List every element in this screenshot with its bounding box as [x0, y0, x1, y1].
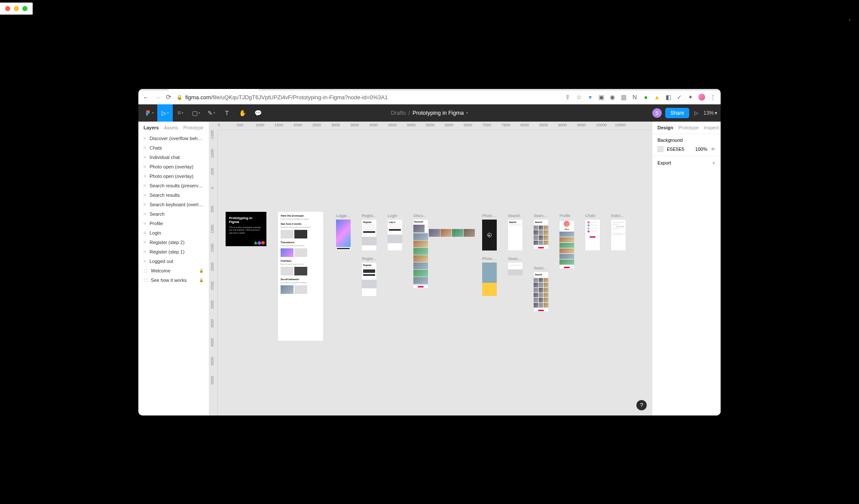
frame-icon: ⌗: [144, 221, 146, 226]
background-opacity[interactable]: 100%: [695, 147, 707, 152]
chevron-down-icon[interactable]: ▾: [466, 111, 468, 115]
login-frame[interactable]: Login Log in: [388, 220, 402, 250]
breadcrumb[interactable]: Drafts / Prototyping in Figma ▾: [391, 110, 468, 116]
search-frame[interactable]: Search Search: [508, 220, 523, 250]
register-step2-frame[interactable]: Regist... Register: [362, 263, 376, 296]
layer-name: Chats: [150, 145, 204, 150]
layer-item[interactable]: ⌗Search keyboard (overlay): [138, 200, 209, 209]
logged-out-frame[interactable]: Logge...: [336, 220, 351, 250]
layer-name: Photo open (overlay): [150, 174, 204, 179]
design-tab[interactable]: Design: [657, 125, 673, 130]
layer-item[interactable]: ⌗Photo open (overlay): [138, 162, 209, 171]
extension-icon[interactable]: N: [631, 94, 638, 101]
canvas-area[interactable]: 0500100015002000250030003500400045005000…: [209, 122, 652, 415]
shape-tool[interactable]: ▢▾: [188, 104, 204, 122]
layer-item[interactable]: ⌗Register (step 1): [138, 247, 209, 257]
text-tool[interactable]: T: [219, 104, 235, 122]
layer-item[interactable]: ⌗Search: [138, 209, 209, 219]
page-selector[interactable]: Prototyping i...▾: [183, 125, 204, 130]
layer-item[interactable]: ⌗Login: [138, 228, 209, 238]
layer-item[interactable]: ⌗Search results: [138, 190, 209, 200]
layer-item[interactable]: ⌗Search results (preserve scroll...: [138, 181, 209, 190]
extension-icon[interactable]: ▾: [587, 94, 593, 101]
user-avatar[interactable]: S: [652, 108, 662, 118]
present-button[interactable]: ▷: [693, 110, 700, 116]
profile-avatar[interactable]: [698, 94, 705, 101]
layer-name: Search results: [150, 192, 204, 198]
browser-actions: ⇪ ☆ ▾ ▣ ◉ ▥ N ● ▲ ◧ ✓ ✦ ⋮ ⌄: [564, 94, 716, 101]
background-hex[interactable]: E5E5E5: [667, 147, 692, 152]
layer-name: Register (step 1): [150, 249, 204, 254]
layer-item[interactable]: ⌗Chats: [138, 143, 209, 153]
browser-window: Prototyping in Figma – Figma × + ← → ⟳ 🔒…: [138, 89, 721, 415]
search-results-frame[interactable]: Searc... Search: [534, 220, 548, 249]
search-keyboard-frame[interactable]: Searc...: [508, 263, 523, 273]
extension-icon[interactable]: ▣: [598, 94, 605, 101]
svg-rect-2: [146, 114, 148, 116]
assets-tab[interactable]: Assets: [164, 125, 178, 130]
pen-tool[interactable]: ✎▾: [204, 104, 219, 122]
extension-icon[interactable]: ◉: [609, 94, 616, 101]
breadcrumb-root[interactable]: Drafts: [391, 110, 406, 116]
prototype-tab[interactable]: Prototype: [679, 125, 699, 130]
layer-item[interactable]: ⬚Welcome🔒: [138, 266, 209, 275]
url-bar: ← → ⟳ 🔒 figma.com/file/uQKquTJDgT6JVptUP…: [138, 91, 721, 104]
photo-open-frame[interactable]: Photo ... ▶: [482, 220, 497, 250]
url-text: figma.com/file/uQKquTJDgT6JVptUPZi4vF/Pr…: [185, 94, 388, 101]
extension-icon[interactable]: ●: [642, 94, 649, 101]
background-swatch[interactable]: [657, 146, 663, 152]
layer-item[interactable]: ⌗Profile: [138, 219, 209, 228]
layer-item[interactable]: ⌗Discover (overflow behavior): [138, 134, 209, 143]
lock-icon: 🔒: [199, 269, 204, 273]
back-button[interactable]: ←: [143, 94, 149, 101]
extension-icon[interactable]: ✓: [676, 94, 683, 101]
register-step1-frame[interactable]: Regist... Register: [362, 220, 376, 250]
photo-open-2-frame[interactable]: Photo ...: [482, 263, 497, 296]
discover-frame[interactable]: Disco... Discover: [413, 220, 428, 288]
group-icon: ⬚: [144, 278, 147, 282]
how-it-works-frame[interactable]: View the prototypeLook around the protot…: [278, 212, 323, 341]
layer-item[interactable]: ⌗Individual chat: [138, 153, 209, 162]
layer-name: Welcome: [151, 268, 196, 273]
zoom-control[interactable]: 13%▾: [703, 110, 717, 116]
layer-item[interactable]: ⌗Register (step 2): [138, 238, 209, 247]
layer-name: Register (step 2): [150, 240, 204, 245]
reload-button[interactable]: ⟳: [166, 93, 171, 101]
comment-tool[interactable]: 💬: [250, 104, 266, 122]
search-results-scroll-frame[interactable]: Searc... Search: [534, 272, 548, 312]
share-button[interactable]: Share: [665, 108, 689, 118]
hand-tool[interactable]: ✋: [235, 104, 250, 122]
extensions-menu-icon[interactable]: ✦: [687, 94, 694, 101]
frame-icon: ⌗: [144, 240, 146, 245]
inspect-tab[interactable]: Inspect: [704, 125, 719, 130]
address-bar[interactable]: 🔒 figma.com/file/uQKquTJDgT6JVptUPZi4vF/…: [177, 94, 559, 101]
forward-button[interactable]: →: [154, 94, 161, 101]
layers-tab[interactable]: Layers: [144, 125, 159, 130]
move-tool[interactable]: ▷▾: [157, 104, 173, 122]
extension-icon[interactable]: ▥: [620, 94, 627, 101]
extension-icon[interactable]: ◧: [665, 94, 672, 101]
profile-frame[interactable]: Profile Chris: [559, 220, 574, 269]
canvas[interactable]: Prototyping in Figma This is a short pro…: [218, 130, 652, 415]
visibility-toggle-icon[interactable]: 👁: [711, 147, 715, 152]
welcome-frame[interactable]: Prototyping in Figma This is a short pro…: [226, 212, 266, 246]
figma-toolbar: ▾ ▷▾ ⌗▾ ▢▾ ✎▾ T ✋ 💬 Drafts / Prototyping…: [138, 104, 721, 122]
layer-item[interactable]: ⬚See how it works🔒: [138, 275, 209, 285]
add-export-button[interactable]: +: [712, 159, 715, 166]
layer-name: Search keyboard (overlay): [150, 202, 204, 207]
share-icon[interactable]: ⇪: [564, 94, 571, 101]
layer-name: Login: [150, 230, 204, 235]
main-menu-button[interactable]: ▾: [142, 104, 157, 122]
layer-item[interactable]: ⌗Logged out: [138, 257, 209, 266]
individual-chat-frame[interactable]: Indivi...: [611, 220, 626, 250]
frame-tool[interactable]: ⌗▾: [173, 104, 188, 122]
extension-icon[interactable]: ▲: [654, 94, 660, 101]
file-title[interactable]: Prototyping in Figma: [413, 110, 464, 116]
bookmark-icon[interactable]: ☆: [575, 94, 582, 101]
browser-menu-icon[interactable]: ⋮: [709, 94, 716, 101]
layer-item[interactable]: ⌗Photo open (overlay): [138, 171, 209, 181]
chats-frame[interactable]: Chats: [585, 220, 600, 250]
horizontal-ruler: 0500100015002000250030003500400045005000…: [218, 122, 652, 130]
help-button[interactable]: ?: [636, 400, 647, 410]
frame-icon: ⌗: [144, 174, 146, 179]
